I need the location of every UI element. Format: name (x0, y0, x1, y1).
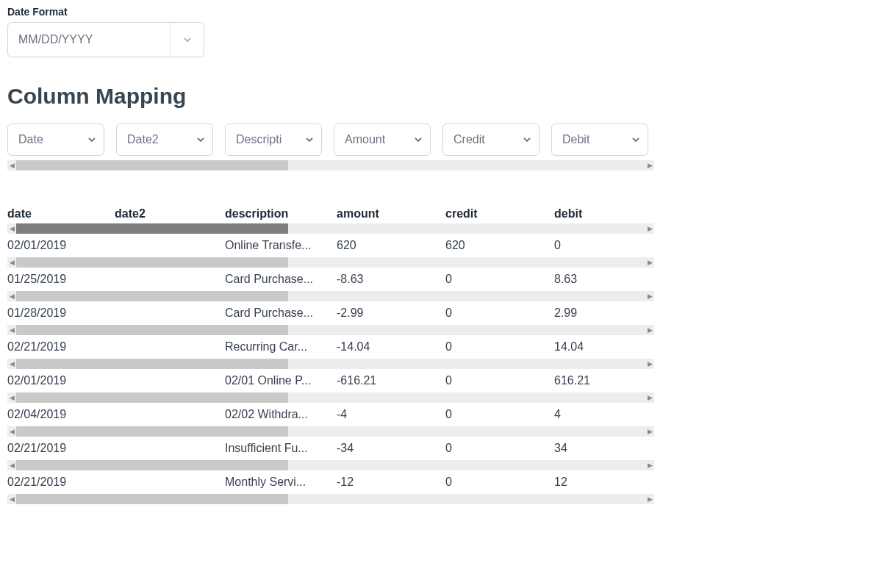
scroll-strip[interactable]: ◀▶ (7, 460, 654, 470)
cell-description: Insufficient Fu... (225, 442, 337, 455)
caret-left-icon: ◀ (7, 291, 16, 301)
cell-debit: 14.04 (554, 340, 663, 354)
scroll-thumb[interactable] (16, 160, 288, 171)
th-date: date (7, 207, 115, 220)
cell-credit: 0 (445, 306, 554, 320)
table-row: 01/25/2019Card Purchase...-8.6308.63 (7, 268, 654, 291)
cell-date: 01/25/2019 (7, 273, 115, 286)
chevron-down-icon (414, 135, 423, 144)
column-mapper-select[interactable]: Descripti (225, 123, 322, 156)
caret-right-icon: ▶ (645, 291, 654, 301)
caret-right-icon: ▶ (645, 257, 654, 268)
caret-left-icon: ◀ (7, 460, 16, 470)
table-row: 02/21/2019Recurring Car...-14.04014.04 (7, 335, 654, 359)
column-mapper-select[interactable]: Amount (334, 123, 431, 156)
scroll-strip[interactable]: ◀▶ (7, 325, 654, 335)
table-row: 02/01/201902/01 Online P...-616.210616.2… (7, 369, 654, 392)
column-mapper-label: Amount (345, 133, 385, 146)
caret-right-icon: ▶ (645, 460, 654, 470)
cell-description: Recurring Car... (225, 340, 337, 354)
caret-right-icon: ▶ (645, 392, 654, 403)
cell-debit: 4 (554, 408, 663, 421)
column-mapper-label: Credit (453, 133, 485, 146)
caret-right-icon: ▶ (645, 160, 654, 171)
scroll-thumb[interactable] (16, 392, 288, 403)
scroll-strip[interactable]: ◀▶ (7, 426, 654, 437)
cell-debit: 34 (554, 442, 663, 455)
chevron-down-icon (196, 135, 205, 144)
cell-description: Online Transfe... (225, 239, 337, 252)
scroll-thumb[interactable] (16, 257, 288, 268)
table-row: 01/28/2019Card Purchase...-2.9902.99 (7, 301, 654, 325)
th-description: description (225, 207, 337, 220)
cell-credit: 620 (445, 239, 554, 252)
table-header-row: date date2 description amount credit deb… (7, 204, 654, 223)
scroll-strip[interactable]: ◀ ▶ (7, 223, 654, 234)
column-mapper-label: Descripti (236, 133, 282, 146)
column-mapper-select[interactable]: Date (7, 123, 104, 156)
cell-amount: -34 (337, 442, 445, 455)
caret-right-icon: ▶ (645, 325, 654, 335)
cell-description: Card Purchase... (225, 273, 337, 286)
th-date2: date2 (115, 207, 225, 220)
scroll-strip[interactable]: ◀▶ (7, 494, 654, 504)
cell-description: 02/01 Online P... (225, 374, 337, 387)
date-format-caret-wrap (170, 23, 204, 57)
cell-date: 02/04/2019 (7, 408, 115, 421)
cell-date: 02/21/2019 (7, 340, 115, 354)
column-mapper-select[interactable]: Debit (551, 123, 648, 156)
cell-debit: 2.99 (554, 306, 663, 320)
scroll-strip[interactable]: ◀ ▶ (7, 160, 654, 171)
caret-left-icon: ◀ (7, 257, 16, 268)
column-mapping-row: DateDate2DescriptiAmountCreditDebit (7, 123, 654, 156)
cell-amount: -4 (337, 408, 445, 421)
column-mapper-select[interactable]: Credit (442, 123, 539, 156)
cell-date: 02/21/2019 (7, 442, 115, 455)
column-mapper-select[interactable]: Date2 (116, 123, 213, 156)
scroll-thumb[interactable] (16, 291, 288, 301)
cell-credit: 0 (445, 442, 554, 455)
cell-date: 02/01/2019 (7, 239, 115, 252)
column-mapper-label: Date (18, 133, 43, 146)
cell-amount: -2.99 (337, 306, 445, 320)
cell-credit: 0 (445, 340, 554, 354)
th-amount: amount (337, 207, 445, 220)
caret-left-icon: ◀ (7, 325, 16, 335)
caret-left-icon: ◀ (7, 223, 16, 234)
scroll-strip[interactable]: ◀▶ (7, 359, 654, 369)
scroll-thumb[interactable] (16, 325, 288, 335)
cell-date: 02/21/2019 (7, 476, 115, 489)
data-table: date date2 description amount credit deb… (7, 204, 654, 504)
scroll-strip[interactable]: ◀▶ (7, 392, 654, 403)
cell-credit: 0 (445, 476, 554, 489)
column-mapper-label: Date2 (127, 133, 159, 146)
chevron-down-icon (183, 35, 192, 44)
column-mapper-label: Debit (562, 133, 589, 146)
cell-credit: 0 (445, 273, 554, 286)
scroll-thumb[interactable] (16, 426, 288, 437)
scroll-thumb[interactable] (16, 460, 288, 470)
caret-left-icon: ◀ (7, 494, 16, 504)
scroll-strip[interactable]: ◀▶ (7, 291, 654, 301)
scroll-strip[interactable]: ◀▶ (7, 257, 654, 268)
cell-credit: 0 (445, 374, 554, 387)
chevron-down-icon (631, 135, 640, 144)
column-mapping-heading: Column Mapping (7, 84, 654, 109)
date-format-select[interactable]: MM/DD/YYYY (7, 22, 204, 57)
cell-credit: 0 (445, 408, 554, 421)
cell-amount: -8.63 (337, 273, 445, 286)
table-row: 02/21/2019Insufficient Fu...-34034 (7, 437, 654, 460)
cell-date: 02/01/2019 (7, 374, 115, 387)
chevron-down-icon (305, 135, 314, 144)
scroll-thumb[interactable] (16, 359, 288, 369)
th-debit: debit (554, 207, 663, 220)
chevron-down-icon (523, 135, 531, 144)
caret-left-icon: ◀ (7, 392, 16, 403)
cell-amount: -14.04 (337, 340, 445, 354)
scroll-thumb[interactable] (16, 223, 288, 234)
scroll-thumb[interactable] (16, 494, 288, 504)
cell-amount: -12 (337, 476, 445, 489)
cell-description: 02/02 Withdra... (225, 408, 337, 421)
cell-amount: 620 (337, 239, 445, 252)
cell-debit: 8.63 (554, 273, 663, 286)
